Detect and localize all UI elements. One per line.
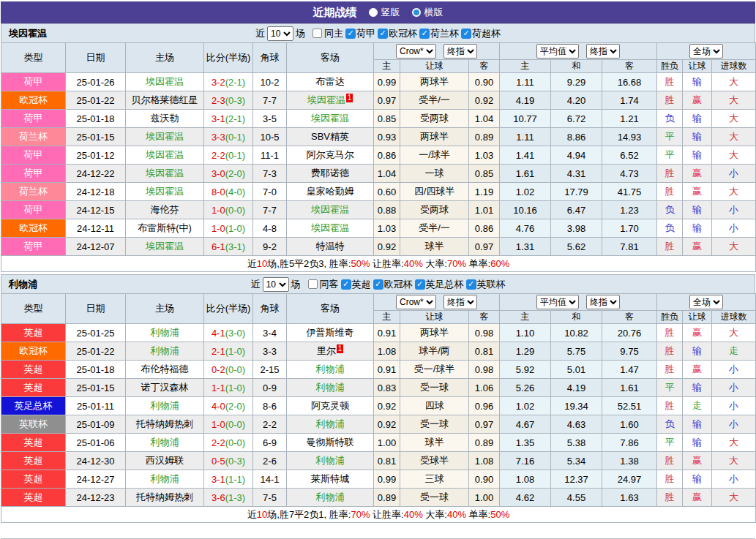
league-type-badge: 荷甲 bbox=[1, 165, 66, 183]
league-checkbox[interactable]: ✓ bbox=[461, 29, 471, 39]
same-venue-checkbox[interactable] bbox=[308, 279, 318, 289]
sub-col-away-odds: 客 bbox=[469, 311, 500, 324]
summary-segment: 40% bbox=[404, 509, 423, 520]
summary-segment: 50% bbox=[351, 258, 370, 269]
handicap-line: 受半/一 bbox=[400, 91, 469, 110]
home-team-name: 托特纳姆热刺 bbox=[136, 418, 193, 429]
avg-time-select[interactable]: 终指 bbox=[586, 44, 620, 59]
avg-source-select[interactable]: 平均值 bbox=[536, 44, 579, 59]
league-label: 英联杯 bbox=[477, 278, 506, 291]
summary-segment: 50% bbox=[490, 509, 509, 520]
league-checkbox[interactable]: ✓ bbox=[345, 29, 356, 39]
home-odds: 0.91 bbox=[374, 361, 400, 379]
handicap-line: 受一/球半 bbox=[400, 361, 469, 379]
avg-home: 4.67 bbox=[500, 415, 551, 434]
league-type-badge: 英超 bbox=[1, 324, 66, 342]
same-venue-label: 同主 bbox=[324, 27, 343, 40]
away-team-name: 埃因霍温 bbox=[311, 113, 349, 124]
league-checkbox[interactable]: ✓ bbox=[373, 279, 383, 290]
halftime-score: (2-0) bbox=[225, 168, 245, 179]
team-name: 利物浦 bbox=[9, 278, 37, 291]
goals-result-cell: 大 bbox=[712, 146, 756, 165]
radio-unselected-icon[interactable] bbox=[412, 8, 421, 17]
halftime-score: (2-1) bbox=[225, 77, 245, 88]
home-odds: 0.92 bbox=[374, 397, 400, 415]
match-row: 英联杯25-01-09托特纳姆热刺1-0(0-0)2-2利物浦0.92受一球0.… bbox=[1, 415, 756, 434]
home-odds: 0.99 bbox=[374, 470, 400, 489]
away-team-name: 特温特 bbox=[316, 241, 345, 252]
league-checkbox[interactable]: ✓ bbox=[378, 29, 388, 39]
home-team-name: 利物浦 bbox=[151, 473, 179, 484]
avg-draw: 4.63 bbox=[551, 415, 602, 434]
avg-draw: 5.01 bbox=[551, 361, 602, 379]
handicap-line: 受一球 bbox=[400, 415, 469, 434]
vertical-layout-option[interactable]: 竖版 bbox=[369, 6, 400, 19]
away-odds: 0.97 bbox=[469, 415, 500, 434]
goals-result-cell: 大 bbox=[712, 434, 756, 452]
score-cell: 6-1(3-1) bbox=[204, 238, 253, 256]
summary-segment: 70% bbox=[447, 258, 466, 269]
league-checkbox[interactable]: ✓ bbox=[341, 279, 351, 290]
league-label: 英足总杯 bbox=[426, 278, 464, 291]
home-odds: 0.97 bbox=[374, 91, 400, 110]
avg-home: 5.26 bbox=[500, 379, 551, 397]
away-odds: 1.08 bbox=[469, 452, 500, 470]
col-home: 主场 bbox=[126, 43, 204, 73]
handicap-line: 受一球 bbox=[400, 489, 469, 507]
away-team-cell: 埃因霍温 bbox=[287, 219, 374, 238]
match-date: 25-01-06 bbox=[66, 434, 126, 452]
score-cell: 1-1(1-0) bbox=[204, 379, 253, 397]
match-row: 英超24-12-23托特纳姆热刺3-6(1-3)7-5利物浦0.89受一球1.0… bbox=[1, 489, 756, 507]
near-count-select[interactable]: 10 bbox=[263, 277, 289, 292]
home-odds: 1.04 bbox=[374, 165, 400, 183]
avg-home: 1.02 bbox=[500, 183, 551, 201]
home-team-cell: 布伦特福德 bbox=[126, 361, 204, 379]
odds-source-select[interactable]: Crow* bbox=[396, 295, 436, 309]
away-odds: 0.89 bbox=[469, 128, 500, 146]
away-odds: 1.00 bbox=[469, 489, 500, 507]
league-checkbox[interactable]: ✓ bbox=[415, 279, 425, 290]
sub-col-avg-draw: 和 bbox=[551, 311, 602, 324]
away-team-cell: 埃因霍温 bbox=[287, 110, 374, 128]
avg-time-select[interactable]: 终指 bbox=[586, 295, 620, 309]
match-row: 英超25-01-25利物浦4-1(3-0)3-4伊普斯维奇0.91两球半0.98… bbox=[1, 324, 756, 342]
same-venue-checkbox[interactable] bbox=[312, 29, 322, 38]
goals-result-cell: 走 bbox=[712, 342, 756, 361]
scope-select[interactable]: 全场 bbox=[689, 44, 723, 59]
home-team-name: 利物浦 bbox=[151, 327, 179, 338]
radio-selected-icon[interactable] bbox=[369, 8, 378, 17]
avg-draw: 17.79 bbox=[551, 183, 602, 201]
horizontal-layout-option[interactable]: 横版 bbox=[412, 6, 444, 19]
odds-time-select[interactable]: 终指 bbox=[444, 295, 477, 309]
halftime-score: (0-0) bbox=[225, 437, 245, 448]
handicap-result-cell: 输 bbox=[683, 434, 712, 452]
home-team-name: 埃因霍温 bbox=[146, 131, 184, 142]
fulltime-score: 4-1 bbox=[212, 328, 225, 339]
title-bar: 近期战绩 竖版 横版 bbox=[1, 1, 755, 23]
league-type-badge: 英超 bbox=[1, 361, 66, 379]
result-cell: 胜 bbox=[657, 452, 683, 470]
handicap-line: 球半 bbox=[400, 434, 469, 452]
match-row: 荷兰杯25-01-15埃因霍温3-3(0-1)10-5SBV精英0.93两球半0… bbox=[1, 128, 756, 146]
near-label: 近 bbox=[255, 27, 265, 40]
avg-source-select[interactable]: 平均值 bbox=[536, 295, 579, 309]
near-count-select[interactable]: 10 bbox=[267, 26, 293, 41]
goals-result-cell: 大 bbox=[712, 110, 756, 128]
score-cell: 2-1(1-0) bbox=[204, 342, 253, 361]
league-type-badge: 荷兰杯 bbox=[1, 128, 66, 146]
home-team-name: 贝尔格莱德红星 bbox=[132, 94, 198, 105]
away-team-name: 皇家哈勤姆 bbox=[307, 186, 354, 197]
away-odds: 0.96 bbox=[469, 397, 500, 415]
odds-source-select[interactable]: Crow* bbox=[396, 44, 436, 59]
odds-time-select[interactable]: 终指 bbox=[444, 44, 477, 59]
home-team-name: 埃因霍温 bbox=[146, 167, 184, 178]
handicap-result-cell: 输 bbox=[683, 415, 712, 434]
league-type-badge: 荷甲 bbox=[1, 238, 66, 256]
col-away: 客场 bbox=[287, 294, 374, 324]
away-odds: 1.04 bbox=[469, 110, 500, 128]
away-team-name: 埃因霍温 bbox=[307, 94, 345, 105]
scope-select[interactable]: 全场 bbox=[689, 295, 723, 309]
league-checkbox[interactable]: ✓ bbox=[419, 29, 430, 39]
result-cell: 胜 bbox=[657, 489, 683, 507]
league-checkbox[interactable]: ✓ bbox=[466, 279, 476, 290]
